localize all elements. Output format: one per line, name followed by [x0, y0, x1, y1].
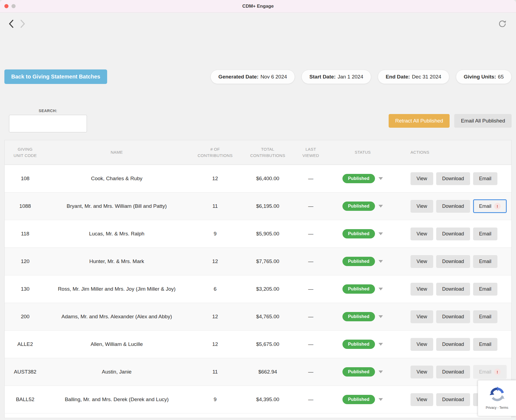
name-cell: Hunter, Mr. & Mrs. Mark	[46, 258, 188, 264]
status-cell: Published	[329, 367, 397, 377]
search-input[interactable]	[9, 115, 87, 132]
view-button[interactable]: View	[411, 200, 433, 213]
actions-cell: View Download Email !	[397, 283, 511, 296]
view-button[interactable]: View	[411, 310, 433, 323]
table-row: 200 Adams, Mr. and Mrs. Alexander (Alex …	[5, 303, 511, 331]
download-button[interactable]: Download	[436, 393, 470, 406]
table-row: AUST382 Austin, Janie 11 $662.94 — Publi…	[5, 358, 511, 386]
email-button[interactable]: Email !	[473, 310, 497, 323]
status-dropdown-caret-icon[interactable]	[379, 343, 383, 346]
back-nav-icon[interactable]	[8, 19, 14, 28]
status-dropdown-caret-icon[interactable]	[379, 232, 383, 235]
status-dropdown-caret-icon[interactable]	[379, 371, 383, 373]
view-button[interactable]: View	[411, 393, 433, 406]
view-button[interactable]: View	[411, 172, 433, 185]
name-cell: Cook, Charles & Ruby	[46, 176, 188, 182]
recaptcha-badge[interactable]: Privacy - Terms	[478, 380, 516, 416]
window-title: CDM+ Engage	[242, 4, 274, 9]
refresh-icon[interactable]	[498, 19, 507, 28]
download-button[interactable]: Download	[436, 228, 470, 240]
giving-unit-code-cell: ALLE2	[5, 341, 46, 347]
status-badge: Published	[342, 312, 375, 321]
table-header: GIVING UNIT CODE NAME # OF CONTRIBUTIONS…	[5, 140, 511, 165]
search-row: SEARCH: Retract All Published Email All …	[0, 109, 516, 132]
giving-unit-code-cell: BALL52	[5, 396, 46, 402]
status-cell: Published	[329, 174, 397, 183]
actions-cell: View Download Email !	[397, 338, 511, 351]
status-dropdown-caret-icon[interactable]	[379, 205, 383, 208]
download-button[interactable]: Download	[436, 366, 470, 378]
total-contributions-cell: $6,400.00	[242, 176, 293, 182]
email-button[interactable]: Email !	[473, 228, 497, 240]
view-button[interactable]: View	[411, 228, 433, 240]
table-row: 130 Ross, Mr. Jim Miller and Mrs. Joy (J…	[5, 275, 511, 303]
name-cell: Adams, Mr. and Mrs. Alexander (Alex and …	[46, 314, 188, 320]
column-header-actions: ACTIONS	[397, 149, 511, 156]
email-button[interactable]: Email !	[473, 283, 497, 296]
view-button[interactable]: View	[411, 338, 433, 351]
end-date-value: Dec 31 2024	[412, 74, 441, 80]
view-button[interactable]: View	[411, 283, 433, 296]
email-button[interactable]: Email !	[473, 255, 497, 268]
name-cell: Austin, Janie	[46, 369, 188, 375]
status-cell: Published	[329, 202, 397, 211]
total-contributions-cell: $5,905.00	[242, 231, 293, 237]
table-row: ALLE2 Allen, William & Lucille 12 $5,675…	[5, 331, 511, 358]
contributions-cell: 12	[188, 314, 242, 320]
email-button[interactable]: Email !	[473, 199, 507, 213]
status-badge: Published	[342, 202, 375, 211]
download-button[interactable]: Download	[436, 283, 470, 296]
status-badge: Published	[342, 367, 375, 377]
email-button[interactable]: Email !	[473, 172, 497, 185]
table-row: 120 Hunter, Mr. & Mrs. Mark 12 $7,765.00…	[5, 248, 511, 275]
email-button-label: Email	[479, 176, 491, 182]
forward-nav-icon[interactable]	[20, 19, 26, 28]
last-viewed-cell: —	[293, 314, 329, 320]
bulk-buttons: Retract All Published Email All Publishe…	[389, 114, 512, 128]
status-dropdown-caret-icon[interactable]	[379, 177, 383, 180]
giving-unit-code-cell: 200	[5, 314, 46, 320]
giving-unit-code-cell: 108	[5, 176, 46, 182]
name-cell: Bryant, Mr. and Mrs. William (Bill and P…	[46, 203, 188, 209]
download-button[interactable]: Download	[436, 255, 470, 268]
status-dropdown-caret-icon[interactable]	[379, 260, 383, 263]
start-date-value: Jan 1 2024	[338, 74, 363, 80]
status-dropdown-caret-icon[interactable]	[379, 288, 383, 290]
download-button[interactable]: Download	[436, 200, 470, 213]
close-window-button[interactable]	[4, 4, 8, 8]
giving-unit-code-cell: AUST382	[5, 369, 46, 375]
status-dropdown-caret-icon[interactable]	[379, 315, 383, 318]
column-header-last-viewed: LAST VIEWED	[293, 146, 329, 159]
view-button[interactable]: View	[411, 366, 433, 378]
last-viewed-cell: —	[293, 396, 329, 402]
status-badge: Published	[342, 395, 375, 404]
download-button[interactable]: Download	[436, 172, 470, 185]
end-date-pill: End Date:Dec 31 2024	[378, 70, 449, 84]
email-all-published-button[interactable]: Email All Published	[454, 114, 512, 128]
download-button[interactable]: Download	[436, 338, 470, 351]
email-button[interactable]: Email !	[473, 365, 507, 379]
total-contributions-cell: $4,395.00	[242, 396, 293, 402]
last-viewed-cell: —	[293, 176, 329, 182]
minimize-window-button[interactable]	[11, 4, 16, 8]
view-button[interactable]: View	[411, 255, 433, 268]
name-cell: Allen, William & Lucille	[46, 341, 188, 347]
contributions-cell: 9	[188, 231, 242, 237]
download-button[interactable]: Download	[436, 310, 470, 323]
contributions-cell: 12	[188, 258, 242, 264]
email-button[interactable]: Email !	[473, 338, 497, 351]
retract-all-published-button[interactable]: Retract All Published	[389, 114, 450, 128]
recaptcha-privacy-terms[interactable]: Privacy - Terms	[486, 406, 508, 410]
total-contributions-cell: $7,765.00	[242, 258, 293, 264]
email-error-icon: !	[494, 203, 501, 209]
giving-unit-code-cell: 1088	[5, 203, 46, 209]
last-viewed-cell: —	[293, 258, 329, 264]
table-body: 108 Cook, Charles & Ruby 12 $6,400.00 — …	[5, 165, 511, 413]
column-header-contributions: # OF CONTRIBUTIONS	[188, 146, 242, 159]
nav-arrows	[8, 19, 26, 28]
status-cell: Published	[329, 229, 397, 238]
status-dropdown-caret-icon[interactable]	[379, 398, 383, 401]
back-to-batches-button[interactable]: Back to Giving Statement Batches	[4, 69, 107, 84]
status-cell: Published	[329, 312, 397, 321]
search-block: SEARCH:	[9, 109, 87, 132]
